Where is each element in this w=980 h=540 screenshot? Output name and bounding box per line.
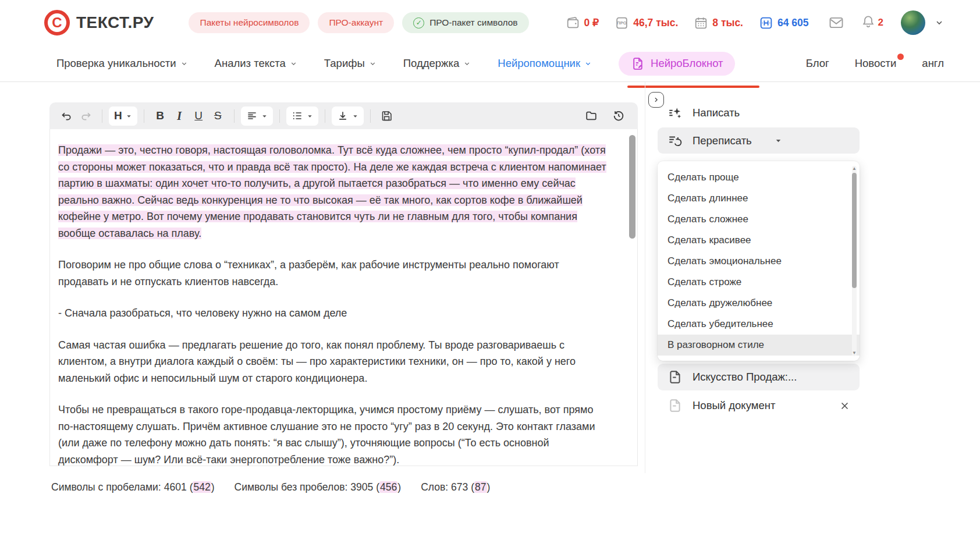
neuro-symbols-stat[interactable]: 64 605 — [759, 16, 809, 30]
document-item-new[interactable]: Новый документ — [658, 393, 860, 418]
sidebar-collapse-button[interactable] — [648, 92, 664, 108]
chevron-down-icon — [290, 60, 297, 68]
counter-label: Символы с пробелами: — [51, 481, 161, 493]
neuro-symbols-icon — [759, 16, 773, 30]
menu-item-make-convincing[interactable]: Сделать убедительнее — [658, 314, 860, 335]
toolbar-divider — [279, 109, 280, 123]
editor-paragraph: Поговорим не про общие слова о “техниках… — [58, 257, 610, 290]
menu-item-label: В разговорном стиле — [667, 339, 764, 351]
counter-value: 3905 — [350, 481, 373, 493]
chevron-down-icon[interactable] — [935, 18, 944, 27]
badge-pro-account[interactable]: ПРО-аккаунт — [318, 12, 394, 33]
editor-scrollbar-thumb[interactable] — [629, 135, 635, 239]
balance-value: 0 ₽ — [584, 17, 599, 29]
strikethrough-button[interactable]: S — [208, 106, 228, 126]
menu-item-make-simpler[interactable]: Сделать проще — [658, 167, 860, 188]
menu-item-make-prettier[interactable]: Сделать красивее — [658, 230, 860, 251]
pro-chars-value: 46,7 тыс. — [633, 17, 678, 29]
menu-item-make-emotional[interactable]: Сделать эмоциональнее — [658, 251, 860, 272]
main-nav: Проверка уникальности Анализ текста Тари… — [0, 45, 980, 82]
rewrite-options-dropdown: Сделать проще Сделать длиннее Сделать сл… — [658, 161, 860, 361]
nav-item-support[interactable]: Поддержка — [403, 57, 471, 70]
strikethrough-glyph: S — [214, 109, 222, 122]
redo-button[interactable] — [76, 106, 95, 126]
badge-neuro-packages[interactable]: Пакеты нейросимволов — [189, 12, 310, 33]
chevron-down-icon — [584, 60, 592, 68]
balance-stat[interactable]: 0 ₽ — [566, 16, 599, 30]
menu-item-make-complex[interactable]: Сделать сложнее — [658, 209, 860, 230]
document-item-current[interactable]: Искусство Продаж:... — [658, 364, 860, 390]
avatar[interactable] — [901, 10, 925, 35]
language-switcher[interactable]: англ — [922, 57, 944, 70]
badge-label: ПРО-пакет символов — [429, 17, 517, 28]
nav-item-neuro-assistant[interactable]: Нейропомощник — [498, 57, 592, 70]
scroll-down-arrow[interactable]: ▼ — [852, 351, 857, 356]
close-icon[interactable] — [840, 401, 850, 411]
underline-glyph: U — [194, 109, 203, 122]
chevron-down-icon — [463, 60, 471, 68]
document-title: Новый документ — [693, 399, 775, 412]
nav-item-label: Проверка уникальности — [56, 57, 176, 70]
nav-item-blog[interactable]: Блог — [806, 57, 829, 70]
sidebar-item-label: Переписать — [693, 134, 752, 147]
menu-item-label: Сделать красивее — [667, 235, 751, 246]
nav-item-news[interactable]: Новости — [855, 57, 897, 70]
menu-item-make-longer[interactable]: Сделать длиннее — [658, 188, 860, 209]
menu-item-make-stricter[interactable]: Сделать строже — [658, 272, 860, 293]
document-pencil-icon — [631, 56, 645, 71]
language-label: англ — [922, 57, 944, 70]
save-button[interactable] — [377, 106, 396, 126]
sparkles-icon — [667, 105, 683, 120]
counter-label: Слов: — [421, 481, 448, 493]
download-dropdown-button[interactable] — [332, 106, 364, 126]
nav-item-label: Блог — [806, 57, 829, 70]
sidebar-divider — [645, 82, 645, 473]
menu-item-conversational-style[interactable]: В разговорном стиле — [658, 335, 860, 356]
heading-dropdown-button[interactable]: H — [109, 106, 137, 126]
editor-scrollbar[interactable] — [629, 133, 635, 461]
text-editor: H B I U S — [49, 102, 638, 466]
badge-pro-symbols[interactable]: ✓ ПРО-пакет символов — [402, 12, 528, 33]
tab-neuro-notepad[interactable]: НейроБлокнот — [619, 52, 735, 76]
logo-letter: C — [52, 15, 62, 31]
menu-item-label: Сделать проще — [667, 172, 739, 183]
italic-button[interactable]: I — [170, 106, 189, 126]
notifications-bell[interactable]: 2 — [861, 14, 883, 31]
nav-item-uniqueness-check[interactable]: Проверка уникальности — [56, 57, 188, 70]
dropdown-scrollbar-thumb[interactable] — [852, 173, 857, 288]
history-button[interactable] — [609, 106, 628, 126]
mail-icon[interactable] — [828, 15, 844, 31]
editor-paragraph: Самая частая ошибка — предлагать решение… — [58, 337, 610, 387]
counter-value: 673 — [451, 481, 468, 493]
sidebar-item-rewrite[interactable]: Переписать — [658, 127, 860, 154]
heading-glyph: H — [114, 109, 122, 122]
sidebar-item-write[interactable]: Написать — [667, 105, 740, 120]
caret-down-icon — [261, 113, 268, 119]
editor-toolbar: H B I U S — [49, 102, 638, 129]
caret-down-icon — [307, 113, 313, 119]
counter-delta-value: 456 — [379, 481, 397, 493]
caret-down-icon — [352, 113, 358, 119]
editor-paragraph: - Сначала разобраться, что человеку нужн… — [58, 305, 610, 322]
svg-text:ПРО: ПРО — [617, 20, 627, 26]
nav-item-label: Нейропомощник — [498, 57, 580, 70]
list-dropdown-button[interactable] — [286, 106, 318, 126]
undo-button[interactable] — [57, 106, 76, 126]
bell-icon — [861, 14, 876, 31]
daily-limit-stat[interactable]: 8 тыс. — [694, 16, 743, 30]
active-tab-underline — [627, 86, 759, 88]
scroll-up-arrow[interactable]: ▲ — [852, 166, 857, 171]
editor-paragraph: Продажи — это, честно говоря, настоящая … — [58, 142, 610, 241]
site-logo[interactable]: C ТЕКСТ.РУ — [44, 10, 154, 35]
documents-folder-button[interactable] — [581, 106, 601, 126]
nav-item-tariffs[interactable]: Тарифы — [324, 57, 377, 70]
menu-item-make-friendlier[interactable]: Сделать дружелюбнее — [658, 293, 860, 314]
toolbar-divider — [102, 109, 102, 123]
counter-delta: 456 — [376, 481, 401, 493]
nav-item-text-analysis[interactable]: Анализ текста — [215, 57, 297, 70]
document-text-area[interactable]: Продажи — это, честно говоря, настоящая … — [49, 129, 638, 466]
bold-button[interactable]: B — [151, 106, 170, 126]
underline-button[interactable]: U — [189, 106, 208, 126]
align-dropdown-button[interactable] — [241, 106, 273, 126]
pro-chars-stat[interactable]: ПРО 46,7 тыс. — [615, 16, 678, 30]
